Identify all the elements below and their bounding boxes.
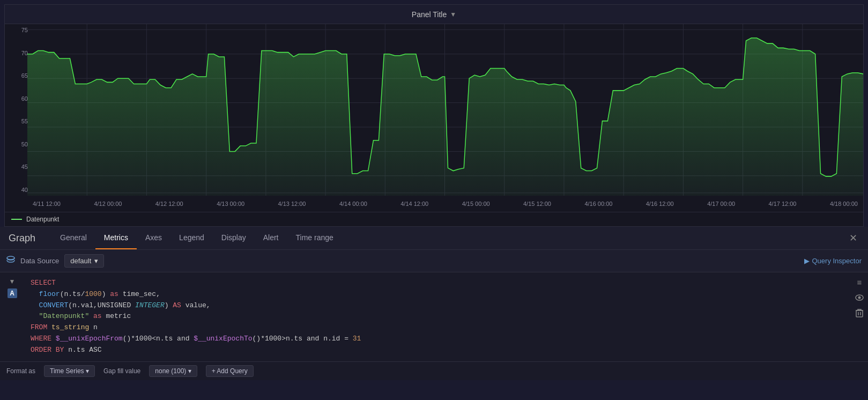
query-delete-icon[interactable] xyxy=(856,309,863,319)
chart-legend: Datenpunkt xyxy=(5,212,863,226)
panel-type-label: Graph xyxy=(9,227,46,249)
query-menu-icon[interactable]: ≡ xyxy=(857,278,862,287)
y-label-45: 45 xyxy=(9,164,28,170)
y-label-70: 70 xyxy=(9,50,28,56)
code-line-5: FROM ts_string n xyxy=(31,322,844,334)
query-inspector-arrow-icon: ▶ xyxy=(804,257,810,265)
tab-general[interactable]: General xyxy=(51,227,95,249)
code-line-3: CONVERT(n.val,UNSIGNED INTEGER) AS value… xyxy=(31,300,844,312)
x-label-3: 4/12 12:00 xyxy=(155,201,183,207)
datasource-select[interactable]: default ▾ xyxy=(64,254,104,268)
svg-point-21 xyxy=(7,256,14,260)
legend-label: Datenpunkt xyxy=(26,216,59,223)
x-label-4: 4/13 00:00 xyxy=(217,201,244,207)
y-label-60: 60 xyxy=(9,95,28,102)
query-collapse-arrow[interactable]: ▼ xyxy=(9,278,16,285)
datasource-icon xyxy=(6,256,15,266)
panel-title-dropdown-icon[interactable]: ▼ xyxy=(450,11,456,18)
chart-area: 75 70 65 60 55 50 45 40 xyxy=(5,24,863,212)
tab-time-range[interactable]: Time range xyxy=(287,227,342,249)
code-line-1: SELECT xyxy=(31,278,844,289)
query-inspector-label: Query Inspector xyxy=(812,257,862,265)
y-axis: 75 70 65 60 55 50 45 40 xyxy=(5,24,27,196)
query-id-badge: A xyxy=(8,288,17,298)
gap-fill-label: Gap fill value xyxy=(103,367,140,375)
query-badge-area: ▼ A xyxy=(0,272,24,361)
tab-axes[interactable]: Axes xyxy=(137,227,170,249)
datasource-label: Data Source xyxy=(20,257,59,265)
svg-point-23 xyxy=(858,297,861,299)
query-editor-area: ▼ A SELECT floor(n.ts/1000) as time_sec,… xyxy=(0,272,868,361)
x-label-9: 4/15 12:00 xyxy=(523,201,551,207)
close-panel-button[interactable]: ✕ xyxy=(847,232,859,244)
query-options-row: Format as Time Series ▾ Gap fill value n… xyxy=(0,361,868,380)
query-inspector-button[interactable]: ▶ Query Inspector xyxy=(804,257,862,265)
y-label-65: 65 xyxy=(9,72,28,79)
tab-display[interactable]: Display xyxy=(213,227,255,249)
y-label-75: 75 xyxy=(9,27,28,33)
x-label-7: 4/14 12:00 xyxy=(400,201,428,207)
x-label-11: 4/16 12:00 xyxy=(646,201,674,207)
query-eye-icon[interactable] xyxy=(855,293,864,302)
gap-fill-select[interactable]: none (100) ▾ xyxy=(149,365,197,377)
format-label: Format as xyxy=(6,367,35,375)
panel-title[interactable]: Panel Title ▼ xyxy=(412,10,456,19)
x-label-8: 4/15 00:00 xyxy=(462,201,490,207)
x-label-1: 4/11 12:00 xyxy=(33,201,61,207)
y-label-50: 50 xyxy=(9,141,28,147)
x-label-13: 4/17 12:00 xyxy=(769,201,797,207)
svg-rect-24 xyxy=(856,310,863,317)
code-line-4: "Datenpunkt" as metric xyxy=(31,311,844,322)
chart-panel: Panel Title ▼ 75 70 65 60 55 50 45 40 xyxy=(4,4,864,227)
x-label-5: 4/13 12:00 xyxy=(278,201,306,207)
panel-header: Panel Title ▼ xyxy=(5,5,863,24)
kw-select: SELECT xyxy=(31,279,56,287)
code-line-2: floor(n.ts/1000) as time_sec, xyxy=(31,289,844,300)
y-label-55: 55 xyxy=(9,118,28,124)
panel-title-text: Panel Title xyxy=(412,10,447,19)
legend-color-line xyxy=(11,219,22,220)
tab-metrics[interactable]: Metrics xyxy=(95,227,137,249)
x-label-14: 4/18 00:00 xyxy=(830,201,858,207)
x-label-10: 4/16 00:00 xyxy=(584,201,612,207)
tab-legend[interactable]: Legend xyxy=(170,227,213,249)
x-axis: 4/11 12:00 4/12 00:00 4/12 12:00 4/13 00… xyxy=(27,196,863,212)
tab-alert[interactable]: Alert xyxy=(255,227,287,249)
datasource-dropdown-icon: ▾ xyxy=(94,257,98,265)
code-line-6: WHERE $__unixEpochFrom()*1000<n.ts and $… xyxy=(31,334,844,345)
x-label-2: 4/12 00:00 xyxy=(94,201,122,207)
code-line-7: ORDER BY n.ts ASC xyxy=(31,345,844,356)
query-actions: ≡ xyxy=(851,272,868,361)
tabs-bar: Graph General Metrics Axes Legend Displa… xyxy=(0,227,868,250)
y-label-40: 40 xyxy=(9,187,28,193)
code-editor[interactable]: SELECT floor(n.ts/1000) as time_sec, CON… xyxy=(24,272,851,361)
x-label-12: 4/17 00:00 xyxy=(707,201,735,207)
chart-svg xyxy=(27,24,863,196)
fn-convert: CONVERT xyxy=(39,301,69,309)
datasource-bar: Data Source default ▾ ▶ Query Inspector xyxy=(0,250,868,272)
chart-svg-container xyxy=(27,24,863,196)
format-select[interactable]: Time Series ▾ xyxy=(44,365,95,377)
fn-floor: floor xyxy=(39,290,60,298)
add-query-button[interactable]: + Add Query xyxy=(206,365,254,377)
x-label-6: 4/14 00:00 xyxy=(339,201,367,207)
datasource-value: default xyxy=(70,257,91,265)
